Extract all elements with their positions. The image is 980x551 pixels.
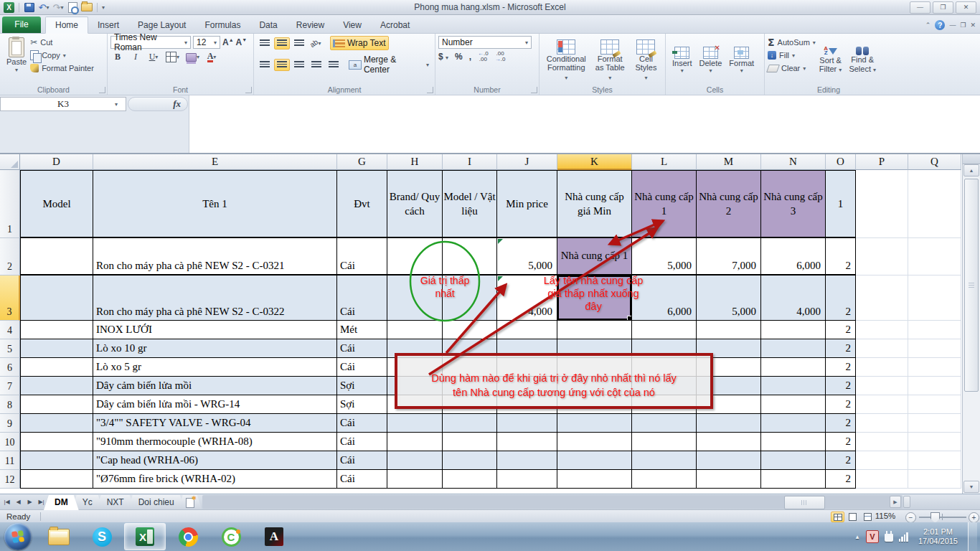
fill-button[interactable]: ↓Fill▾ — [768, 49, 816, 62]
cell-L5[interactable] — [632, 339, 697, 358]
cell-Q3[interactable] — [908, 276, 961, 321]
cell-Q12[interactable] — [908, 470, 961, 489]
cell-G11[interactable]: Cái — [337, 451, 387, 470]
cell-G1[interactable]: Đvt — [337, 170, 387, 238]
cell-K6[interactable] — [557, 358, 632, 377]
accounting-format-button[interactable]: $ ▾ — [438, 52, 448, 62]
cell-P6[interactable] — [856, 358, 908, 377]
clipboard-dialog-launcher[interactable] — [99, 87, 105, 93]
cell-M8[interactable] — [697, 395, 761, 414]
cell-E2[interactable]: Ron cho máy pha cà phê NEW S2 - C-0321 — [93, 238, 337, 276]
page-layout-view-button[interactable] — [846, 512, 859, 522]
cell-N10[interactable] — [761, 433, 826, 451]
row-header-6[interactable]: 6 — [0, 358, 20, 377]
cell-I2[interactable] — [443, 238, 497, 276]
file-tab[interactable]: File — [2, 17, 41, 33]
cell-D8[interactable] — [20, 395, 93, 414]
cell-Q1[interactable] — [908, 170, 961, 238]
cell-G4[interactable]: Mét — [337, 321, 387, 339]
taskbar-chrome-button[interactable] — [167, 523, 209, 550]
zoom-slider-track[interactable] — [919, 517, 966, 518]
ribbon-tab-view[interactable]: View — [334, 17, 371, 33]
cell-H6[interactable] — [387, 358, 443, 377]
cell-J4[interactable] — [497, 321, 557, 339]
autosum-button[interactable]: ΣAutoSum▾ — [768, 36, 816, 49]
cell-J9[interactable] — [497, 414, 557, 433]
minimize-ribbon-icon[interactable]: ⌃ — [925, 22, 931, 29]
cell-J7[interactable] — [497, 377, 557, 395]
cell-N11[interactable] — [761, 451, 826, 470]
column-header-P[interactable]: P — [856, 154, 908, 170]
horizontal-scroll-thumb[interactable] — [784, 496, 825, 509]
name-box-caret-icon[interactable]: ▾ — [115, 101, 118, 108]
cell-E4[interactable]: INOX LƯỚI — [93, 321, 337, 339]
unikey-tray-icon[interactable]: V — [866, 530, 879, 543]
wrap-text-button[interactable]: Wrap Text — [330, 36, 389, 50]
insert-function-button[interactable]: fx — [128, 97, 188, 111]
cell-K8[interactable] — [557, 395, 632, 414]
ribbon-tab-review[interactable]: Review — [287, 17, 334, 33]
cut-button[interactable]: ✂Cut — [30, 36, 94, 49]
align-left-button[interactable] — [257, 59, 273, 71]
cell-I3[interactable] — [443, 276, 497, 321]
customize-qat-button[interactable]: ▾ — [102, 4, 105, 11]
cell-J1[interactable]: Min price — [497, 170, 557, 238]
cell-E7[interactable]: Dây cảm biến lửa mồi — [93, 377, 337, 395]
cell-M9[interactable] — [697, 414, 761, 433]
paste-button[interactable]: Paste▾ — [3, 36, 30, 75]
cell-M10[interactable] — [697, 433, 761, 451]
row-header-5[interactable]: 5 — [0, 339, 20, 358]
cell-G7[interactable]: Sợi — [337, 377, 387, 395]
align-right-button[interactable] — [291, 59, 307, 71]
show-desktop-button[interactable] — [968, 522, 977, 551]
column-header-L[interactable]: L — [632, 154, 697, 170]
cell-J8[interactable] — [497, 395, 557, 414]
column-header-D[interactable]: D — [20, 154, 93, 170]
find-select-button[interactable]: Find &Select ▾ — [845, 36, 880, 85]
cell-G2[interactable]: Cái — [337, 238, 387, 276]
cell-I8[interactable] — [443, 395, 497, 414]
cell-Q8[interactable] — [908, 395, 961, 414]
cell-P8[interactable] — [856, 395, 908, 414]
cell-E11[interactable]: "Cap head (WRHA-06) — [93, 451, 337, 470]
cell-M6[interactable] — [697, 358, 761, 377]
comma-format-button[interactable]: , — [469, 52, 471, 62]
cell-I10[interactable] — [443, 433, 497, 451]
column-header-I[interactable]: I — [443, 154, 497, 170]
decrease-indent-button[interactable] — [308, 59, 324, 71]
cell-G9[interactable]: Cái — [337, 414, 387, 433]
cell-K9[interactable] — [557, 414, 632, 433]
zoom-level[interactable]: 115% — [871, 512, 900, 520]
cell-N6[interactable] — [761, 358, 826, 377]
cell-K12[interactable] — [557, 470, 632, 489]
cell-D10[interactable] — [20, 433, 93, 451]
vertical-scrollbar[interactable]: ▲ ▼ — [962, 154, 980, 494]
workbook-restore-icon[interactable]: ❐ — [960, 22, 966, 29]
cell-K10[interactable] — [557, 433, 632, 451]
sheet-tab-doi-chieu[interactable]: Doi chieu — [128, 495, 185, 510]
format-painter-button[interactable]: Format Painter — [30, 62, 94, 75]
next-sheet-button[interactable]: ▶ — [24, 496, 35, 508]
cell-O11[interactable]: 2 — [826, 451, 856, 470]
number-format-select[interactable]: Number▾ — [438, 36, 532, 49]
cell-Q7[interactable] — [908, 377, 961, 395]
column-header-J[interactable]: J — [497, 154, 557, 170]
cell-I4[interactable] — [443, 321, 497, 339]
row-header-12[interactable]: 12 — [0, 470, 20, 489]
clear-button[interactable]: Clear▾ — [768, 62, 816, 75]
cell-Q10[interactable] — [908, 433, 961, 451]
cell-Q11[interactable] — [908, 451, 961, 470]
cell-E12[interactable]: "Ø76mm fire brick (WRHA-02) — [93, 470, 337, 489]
cell-M11[interactable] — [697, 451, 761, 470]
cell-H7[interactable] — [387, 377, 443, 395]
help-icon[interactable]: ? — [935, 20, 945, 30]
column-header-M[interactable]: M — [697, 154, 761, 170]
cell-G8[interactable]: Sợi — [337, 395, 387, 414]
network-signal-icon[interactable] — [899, 532, 908, 542]
cell-P3[interactable] — [856, 276, 908, 321]
column-header-K[interactable]: K — [557, 154, 632, 170]
print-preview-button[interactable] — [67, 2, 78, 13]
cell-K7[interactable] — [557, 377, 632, 395]
cell-E9[interactable]: "3/4"" SAFETY VALVE - WRG-04 — [93, 414, 337, 433]
cell-P5[interactable] — [856, 339, 908, 358]
